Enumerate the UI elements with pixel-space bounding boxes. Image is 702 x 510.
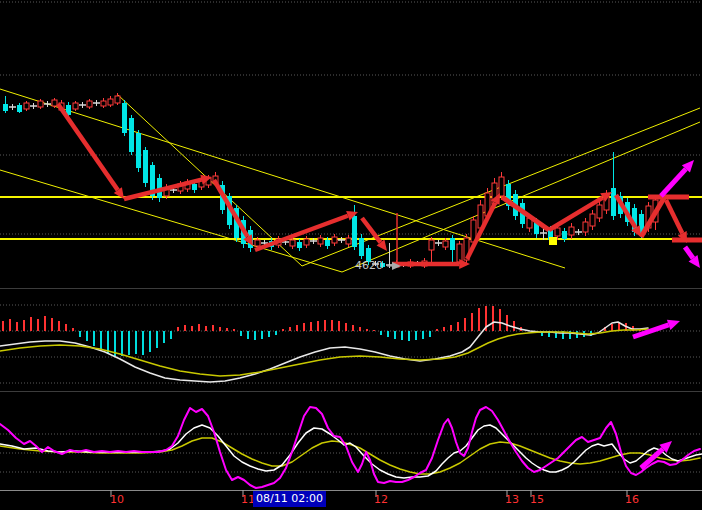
trading-chart-window: 4620 101108/11 02:0012131516 <box>0 0 702 510</box>
time-label: 16 <box>625 492 639 507</box>
time-label: 15 <box>530 492 544 507</box>
time-label: 10 <box>110 492 124 507</box>
price-annotation-4620: 4620 <box>355 259 383 272</box>
gridlines-layer <box>0 2 702 472</box>
trendlines-layer <box>0 89 702 272</box>
time-label: 13 <box>505 492 519 507</box>
time-axis-layer <box>0 490 702 497</box>
time-label-selected: 08/11 02:00 <box>253 491 326 507</box>
panel-separators <box>0 289 702 392</box>
chart-canvas[interactable] <box>0 0 702 510</box>
macd-layer <box>0 306 648 382</box>
magenta-forecast-arrows-layer <box>633 160 700 468</box>
time-label: 12 <box>374 492 388 507</box>
kdj-layer <box>0 407 702 488</box>
